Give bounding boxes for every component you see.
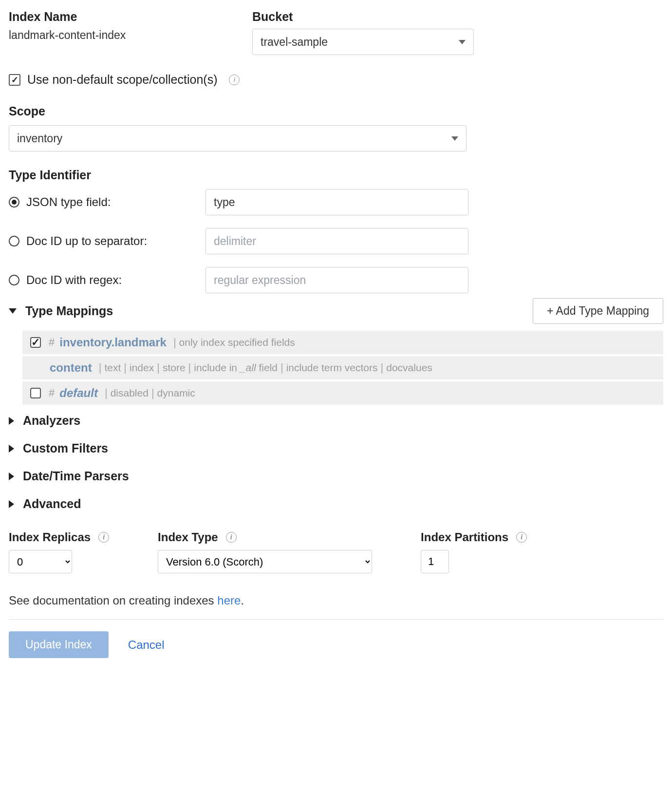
advanced-label: Advanced: [23, 497, 81, 511]
scope-label: Scope: [9, 104, 663, 118]
doc-id-regex-input[interactable]: [205, 267, 468, 293]
info-icon[interactable]: [516, 532, 527, 543]
analyzers-label: Analyzers: [23, 414, 80, 428]
radio-json-type-field-label: JSON type field:: [26, 195, 205, 209]
info-icon[interactable]: [229, 75, 240, 85]
radio-json-type-field[interactable]: [9, 197, 19, 208]
scope-select[interactable]: inventory: [9, 125, 467, 151]
custom-filters-label: Custom Filters: [23, 441, 108, 455]
advanced-accordion[interactable]: Advanced: [9, 492, 663, 516]
use-non-default-checkbox[interactable]: [9, 74, 20, 86]
chevron-down-icon: [451, 136, 458, 141]
info-icon[interactable]: [98, 532, 109, 543]
field-flag: include in _all field: [194, 362, 278, 374]
mapping-checkbox[interactable]: [30, 337, 41, 348]
chevron-down-icon[interactable]: [9, 308, 17, 314]
mapping-checkbox[interactable]: [30, 388, 41, 398]
chevron-right-icon: [9, 500, 14, 508]
index-name-label: Index Name: [9, 10, 252, 24]
mapping-name: inventory.landmark: [59, 336, 167, 349]
index-replicas-label: Index Replicas: [9, 530, 91, 544]
analyzers-accordion[interactable]: Analyzers: [9, 409, 663, 433]
chevron-right-icon: [9, 445, 14, 453]
mapping-flag: dynamic: [157, 387, 195, 399]
chevron-down-icon: [459, 40, 466, 44]
date-time-parsers-label: Date/Time Parsers: [23, 469, 129, 483]
field-flag: index: [130, 362, 154, 374]
info-icon[interactable]: [226, 532, 237, 543]
cancel-link[interactable]: Cancel: [128, 638, 165, 652]
index-partitions-label: Index Partitions: [421, 530, 508, 544]
radio-doc-id-regex[interactable]: [9, 275, 19, 285]
type-mappings-label: Type Mappings: [25, 304, 113, 318]
type-mapping-row[interactable]: # inventory.landmark | only index specif…: [22, 331, 663, 354]
field-flag: include term vectors: [286, 362, 378, 374]
documentation-link[interactable]: here: [217, 594, 241, 607]
mapping-flag: only index specified fields: [179, 337, 295, 348]
type-identifier-label: Type Identifier: [9, 168, 663, 182]
radio-doc-id-separator[interactable]: [9, 236, 19, 246]
chevron-right-icon: [9, 473, 14, 480]
radio-doc-id-regex-label: Doc ID with regex:: [26, 273, 205, 287]
custom-filters-accordion[interactable]: Custom Filters: [9, 436, 663, 460]
documentation-text: See documentation on creating indexes he…: [9, 594, 663, 607]
json-type-field-input[interactable]: [205, 189, 468, 215]
index-name-value: landmark-content-index: [9, 29, 252, 42]
date-time-parsers-accordion[interactable]: Date/Time Parsers: [9, 464, 663, 488]
chevron-right-icon: [9, 417, 14, 425]
type-mapping-field-row[interactable]: content | text | index | store | include…: [22, 356, 663, 379]
radio-doc-id-separator-label: Doc ID up to separator:: [26, 234, 205, 248]
bucket-label: Bucket: [252, 10, 486, 24]
index-type-label: Index Type: [158, 530, 218, 544]
index-partitions-input[interactable]: [421, 550, 449, 573]
update-index-button[interactable]: Update Index: [9, 631, 109, 658]
hash-icon: #: [49, 336, 55, 349]
mapping-name: default: [59, 386, 98, 400]
index-type-select[interactable]: Version 6.0 (Scorch): [158, 550, 372, 573]
use-non-default-label: Use non-default scope/collection(s): [27, 73, 217, 87]
field-flag: docvalues: [386, 362, 432, 374]
doc-id-separator-input[interactable]: [205, 228, 468, 254]
scope-selected-value: inventory: [17, 132, 62, 145]
mapping-flag: disabled: [111, 387, 149, 399]
add-type-mapping-button[interactable]: + Add Type Mapping: [533, 298, 663, 324]
field-flag: store: [163, 362, 186, 374]
separator: [9, 619, 663, 620]
index-replicas-select[interactable]: 0: [9, 550, 72, 573]
field-name: content: [50, 361, 92, 375]
field-flag: text: [104, 362, 121, 374]
bucket-selected-value: travel-sample: [261, 36, 328, 49]
bucket-select[interactable]: travel-sample: [252, 29, 474, 55]
type-mapping-row[interactable]: # default | disabled | dynamic: [22, 381, 663, 405]
hash-icon: #: [49, 387, 55, 399]
